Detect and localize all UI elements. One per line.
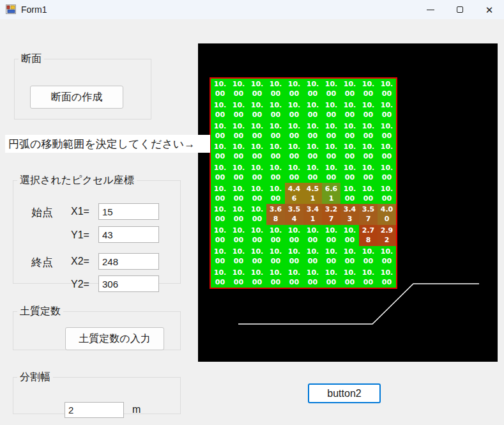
ground-profile <box>198 43 498 362</box>
window-title: Form1 <box>21 4 47 15</box>
end-point-label: 終点 <box>31 255 53 270</box>
maximize-icon <box>457 6 463 13</box>
drawing-canvas[interactable]: 10.0010.0010.0010.0010.0010.0010.0010.00… <box>198 43 498 362</box>
cross-section-group-title: 断面 <box>19 52 44 66</box>
minimize-button[interactable] <box>416 0 445 19</box>
division-width-group-title: 分割幅 <box>17 371 53 384</box>
cross-section-group: 断面 断面の作成 <box>14 52 151 120</box>
x1-input[interactable] <box>98 203 159 220</box>
soil-constants-group: 土質定数 土質定数の入力 <box>13 305 181 350</box>
y1-input[interactable] <box>98 226 159 243</box>
title-bar: Form1 ✕ <box>0 0 504 19</box>
division-width-group: 分割幅 m <box>13 371 181 414</box>
soil-constants-group-title: 土質定数 <box>17 305 63 318</box>
maximize-button[interactable] <box>445 0 475 19</box>
x2-input[interactable] <box>98 253 159 270</box>
close-button[interactable]: ✕ <box>475 0 504 19</box>
minimize-icon <box>427 10 434 10</box>
unit-label: m <box>132 404 141 415</box>
pixel-coords-group: 選択されたピクセル座標 始点 X1= Y1= 終点 X2= Y2= <box>13 174 181 284</box>
ground-profile-line <box>238 284 479 324</box>
y2-label: Y2= <box>71 279 89 290</box>
form-icon <box>6 4 16 15</box>
arc-range-instruction-label: 円弧の移動範囲を決定してください→ <box>5 135 210 153</box>
pixel-coords-group-title: 選択されたピクセル座標 <box>17 174 137 187</box>
x2-label: X2= <box>71 256 89 267</box>
create-cross-section-button[interactable]: 断面の作成 <box>30 86 123 109</box>
y2-input[interactable] <box>98 275 159 292</box>
close-icon: ✕ <box>485 5 494 15</box>
division-width-input[interactable] <box>65 402 124 418</box>
start-point-label: 始点 <box>31 205 53 220</box>
y1-label: Y1= <box>71 229 89 241</box>
x1-label: X1= <box>71 206 89 217</box>
soil-constants-input-button[interactable]: 土質定数の入力 <box>65 327 164 350</box>
button2[interactable]: button2 <box>308 383 381 403</box>
